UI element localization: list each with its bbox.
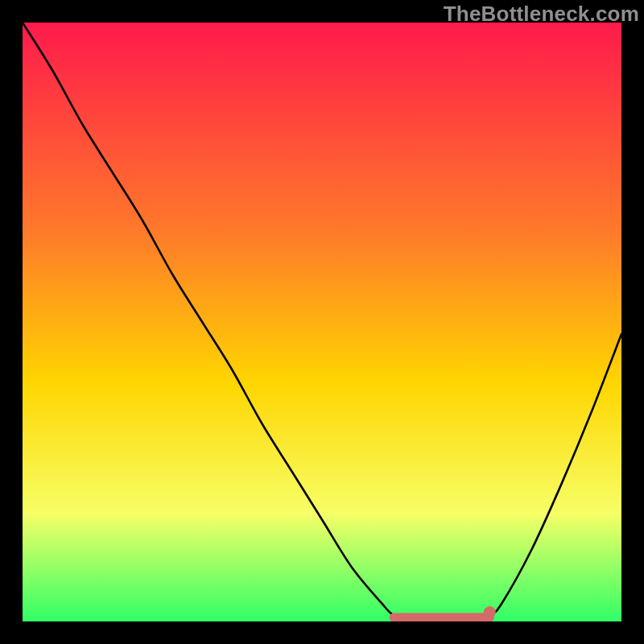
watermark-text: TheBottleneck.com bbox=[444, 2, 639, 27]
gradient-background bbox=[23, 23, 621, 621]
plot-area bbox=[23, 23, 621, 621]
valley-end-marker bbox=[484, 607, 495, 618]
bottleneck-chart bbox=[23, 23, 621, 621]
chart-frame: TheBottleneck.com bbox=[0, 0, 644, 644]
